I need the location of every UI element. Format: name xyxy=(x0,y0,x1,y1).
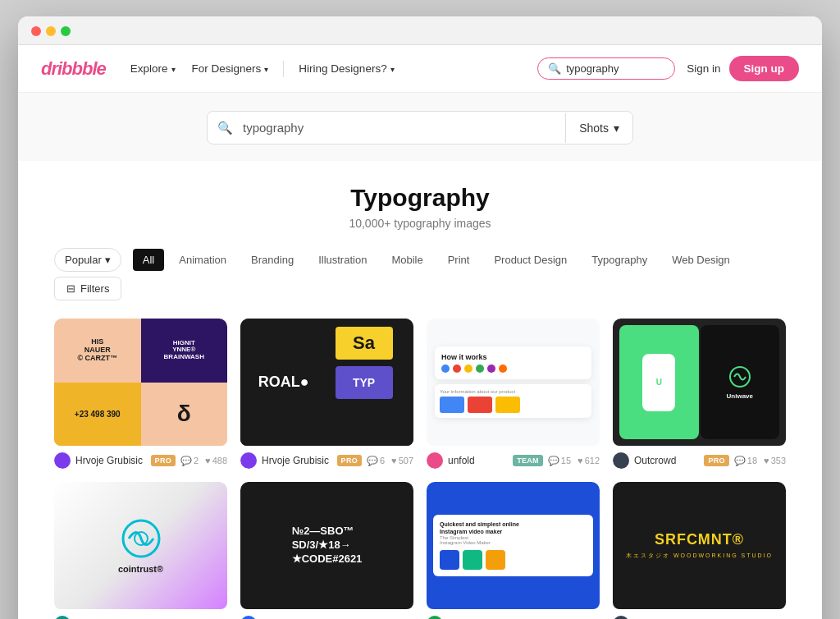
nav-separator xyxy=(283,61,284,77)
dot-close[interactable] xyxy=(31,26,41,36)
shot-4-stats: 💬 18 ♥ 353 xyxy=(734,456,786,466)
for-designers-link[interactable]: For Designers xyxy=(184,62,277,75)
search-bar: 🔍 Shots ▾ xyxy=(207,111,633,144)
nav-links: Explore For Designers Hiring Designers? xyxy=(122,61,537,77)
shot-4-meta: Outcrowd PRO 💬 18 ♥ 353 xyxy=(613,452,786,469)
shot-1-avatar xyxy=(54,452,71,469)
search-type-label: Shots xyxy=(579,122,609,135)
shot-card-5[interactable]: cointrust® cointrust xyxy=(54,482,227,619)
shot-card-6[interactable]: №2—SBO™ SD/3/★18→ ★CODE#2621 Studio NYC xyxy=(240,482,413,619)
for-designers-label: For Designers xyxy=(192,62,262,75)
filter-bar: Popular ▾ All Animation Branding Illustr… xyxy=(54,248,786,300)
shot-3-author: unfold xyxy=(448,455,508,466)
filter-animation[interactable]: Animation xyxy=(169,249,236,271)
shot-card-7[interactable]: Quickest and simplest onlineInstagram vi… xyxy=(427,482,600,619)
dot-maximize[interactable] xyxy=(61,26,71,36)
shot-7-avatar xyxy=(427,616,443,619)
popular-filter[interactable]: Popular ▾ xyxy=(54,248,121,272)
popular-chevron: ▾ xyxy=(105,254,111,266)
shot-3-meta: unfold TEAM 💬 15 ♥ 612 xyxy=(427,452,600,469)
explore-label: Explore xyxy=(130,62,168,75)
filter-mobile[interactable]: Mobile xyxy=(381,249,432,271)
filter-branding[interactable]: Branding xyxy=(241,249,304,271)
shot-2-author: Hrvoje Grubisic xyxy=(262,455,332,466)
shot-1-badge: PRO xyxy=(151,455,176,466)
shot-7-meta: Intro Maker xyxy=(427,616,600,619)
nav-search-input[interactable] xyxy=(566,62,664,75)
shot-4-author: Outcrowd xyxy=(634,455,699,466)
shot-5-meta: cointrust xyxy=(54,616,227,619)
shot-1-likes: ♥ 488 xyxy=(205,456,227,465)
search-bar-input[interactable] xyxy=(243,112,565,144)
shot-1-author: Hrvoje Grubisic xyxy=(75,455,146,466)
shot-thumb-5: cointrust® xyxy=(54,482,227,609)
dot-minimize[interactable] xyxy=(46,26,56,36)
nav-search-wrap: 🔍 xyxy=(537,57,675,80)
filters-label: Filters xyxy=(80,282,109,295)
search-type-chevron: ▾ xyxy=(614,122,619,135)
page-subtitle: 10,000+ typography images xyxy=(54,217,786,230)
signup-button[interactable]: Sign up xyxy=(729,56,800,81)
shot-thumb-4: U Uniwave xyxy=(613,319,786,446)
search-section: 🔍 Shots ▾ xyxy=(18,93,822,161)
shot-card-3[interactable]: How it works Your information about our … xyxy=(427,319,600,469)
hiring-label: Hiring Designers? xyxy=(299,62,386,75)
signin-button[interactable]: Sign in xyxy=(687,62,720,75)
shot-3-avatar xyxy=(427,452,443,469)
shot-2-meta: Hrvoje Grubisic PRO 💬 6 ♥ 507 xyxy=(240,452,413,469)
shot-2-avatar xyxy=(240,452,257,469)
browser-window: dribbble Explore For Designers Hiring De… xyxy=(18,16,822,619)
search-bar-icon: 🔍 xyxy=(208,121,243,135)
shot-3-badge: TEAM xyxy=(513,455,543,466)
shot-thumb-8: SRFCMNT® 木エスタジオ WOODWORKING STUDIO xyxy=(613,482,786,609)
for-designers-chevron xyxy=(264,62,268,75)
shot-4-badge: PRO xyxy=(704,455,728,466)
shot-thumb-1: HISNAUER© CARZT™ HIGNITYNNE®BRAINWASH +2… xyxy=(54,319,227,446)
shot-card-4[interactable]: U Uniwave Outcrowd PRO xyxy=(613,319,786,469)
shot-thumb-7: Quickest and simplest onlineInstagram vi… xyxy=(427,482,600,609)
filter-illustration[interactable]: Illustration xyxy=(308,249,377,271)
shot-2-badge: PRO xyxy=(337,455,362,466)
shot-4-likes: ♥ 353 xyxy=(764,456,786,465)
shot-4-avatar xyxy=(613,452,629,469)
explore-link[interactable]: Explore xyxy=(122,62,184,75)
shot-thumb-3: How it works Your information about our … xyxy=(427,319,600,446)
shot-3-comments: 💬 15 xyxy=(548,456,571,466)
page-title: Typography xyxy=(54,184,786,212)
filter-product-design[interactable]: Product Design xyxy=(484,249,577,271)
shot-1-stats: 💬 2 ♥ 488 xyxy=(180,456,227,466)
shot-thumb-2: ROAL● Sa TYP xyxy=(240,319,413,446)
hiring-link[interactable]: Hiring Designers? xyxy=(290,62,402,75)
shot-4-comments: 💬 18 xyxy=(734,456,757,466)
browser-dots xyxy=(31,26,71,36)
shot-5-avatar xyxy=(54,616,71,619)
shot-1-meta: Hrvoje Grubisic PRO 💬 2 ♥ 488 xyxy=(54,452,227,469)
shot-3-stats: 💬 15 ♥ 612 xyxy=(548,456,600,466)
search-type-button[interactable]: Shots ▾ xyxy=(565,113,632,143)
shot-1-comments: 💬 2 xyxy=(180,456,199,466)
shot-2-comments: 💬 6 xyxy=(367,456,385,466)
cointrust-icon xyxy=(121,518,162,559)
shot-3-likes: ♥ 612 xyxy=(578,456,600,465)
logo[interactable]: dribbble xyxy=(41,58,106,80)
shots-grid: HISNAUER© CARZT™ HIGNITYNNE®BRAINWASH +2… xyxy=(54,319,786,619)
filters-button[interactable]: ⊟ Filters xyxy=(54,277,121,300)
filter-icon: ⊟ xyxy=(66,282,75,295)
shot-8-avatar xyxy=(613,616,629,619)
main-content: Typography 10,000+ typography images Pop… xyxy=(18,161,822,619)
filter-print[interactable]: Print xyxy=(438,249,480,271)
hiring-chevron xyxy=(390,62,395,75)
shot-thumb-6: №2—SBO™ SD/3/★18→ ★CODE#2621 xyxy=(240,482,413,609)
navbar: dribbble Explore For Designers Hiring De… xyxy=(18,45,822,93)
shot-card-2[interactable]: ROAL● Sa TYP Hrvoje Grubisic PRO 💬 6 ♥ 5… xyxy=(240,319,413,469)
filter-typography[interactable]: Typography xyxy=(582,249,657,271)
filter-web-design[interactable]: Web Design xyxy=(662,249,740,271)
shot-card-8[interactable]: SRFCMNT® 木エスタジオ WOODWORKING STUDIO SRFCM… xyxy=(613,482,786,619)
shot-2-stats: 💬 6 ♥ 507 xyxy=(367,456,413,466)
shot-2-likes: ♥ 507 xyxy=(391,456,413,465)
page-title-section: Typography 10,000+ typography images xyxy=(54,184,786,230)
filter-all[interactable]: All xyxy=(133,249,164,271)
shot-card-1[interactable]: HISNAUER© CARZT™ HIGNITYNNE®BRAINWASH +2… xyxy=(54,319,227,469)
shot-8-meta: SRFCMNT xyxy=(613,616,786,619)
browser-chrome xyxy=(18,16,822,45)
